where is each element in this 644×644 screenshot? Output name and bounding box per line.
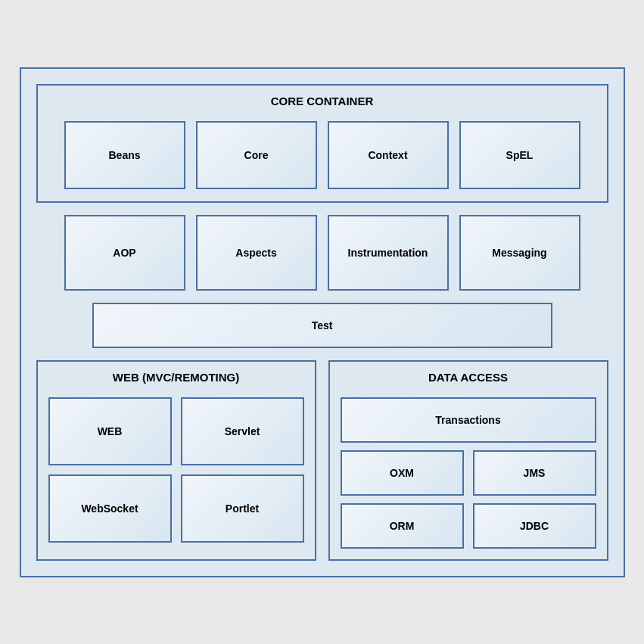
core-box: Core — [196, 121, 317, 189]
test-section: Test — [36, 303, 608, 348]
websocket-box: WebSocket — [48, 474, 172, 543]
portlet-box: Portlet — [181, 474, 304, 543]
jms-box: JMS — [473, 450, 596, 496]
data-section: DATA ACCESS Transactions OXM JMS ORM — [328, 360, 608, 561]
core-container-title: CORE CONTAINER — [50, 95, 595, 114]
servlet-box: Servlet — [181, 397, 304, 465]
instrumentation-box: Instrumentation — [328, 215, 449, 291]
beans-box: Beans — [64, 121, 185, 189]
aop-box: AOP — [64, 215, 185, 291]
transactions-box: Transactions — [341, 397, 596, 443]
main-diagram: CORE CONTAINER Beans Core Context SpEL A… — [20, 67, 625, 577]
data-grid: Transactions OXM JMS ORM JDBC — [341, 397, 596, 549]
jdbc-box: JDBC — [473, 503, 596, 549]
web-section: WEB (MVC/REMOTING) WEB Servlet WebSocket… — [36, 360, 316, 561]
core-boxes-row: Beans Core Context SpEL — [50, 121, 595, 189]
data-row-2: ORM JDBC — [341, 503, 596, 549]
web-section-title: WEB (MVC/REMOTING) — [48, 371, 304, 390]
aspects-box: Aspects — [196, 215, 317, 291]
core-container-section: CORE CONTAINER Beans Core Context SpEL — [36, 84, 608, 203]
bottom-row: WEB (MVC/REMOTING) WEB Servlet WebSocket… — [36, 360, 608, 561]
web-grid: WEB Servlet WebSocket Portlet — [48, 397, 304, 543]
messaging-box: Messaging — [459, 215, 580, 291]
context-box: Context — [328, 121, 449, 189]
orm-box: ORM — [341, 503, 464, 549]
aop-row: AOP Aspects Instrumentation Messaging — [36, 215, 608, 291]
web-box: WEB — [48, 397, 172, 465]
data-row-1: OXM JMS — [341, 450, 596, 496]
data-section-title: DATA ACCESS — [341, 371, 596, 390]
test-box: Test — [92, 303, 552, 348]
oxm-box: OXM — [341, 450, 464, 496]
spel-box: SpEL — [459, 121, 580, 189]
